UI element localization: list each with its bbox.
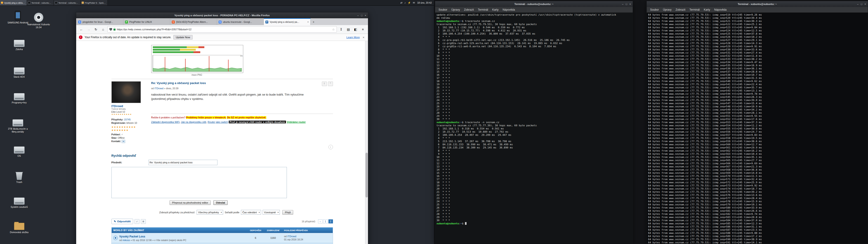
menu-terminl[interactable]: Terminál [687, 8, 702, 11]
power-icon[interactable]: ⚡ [408, 1, 411, 4]
browser-tab-4[interactable]: PVysoký ping a občasný pa...× [264, 18, 311, 25]
menu-zobrazit[interactable]: Zobrazit [462, 8, 476, 11]
taskbar-button-0[interactable]: Vysoký ping a občasný pack... [0, 0, 27, 5]
terminal2-titlebar[interactable]: Terminal - xubuntu@xubuntu: ~ – □ × [647, 1, 868, 7]
learn-more-link[interactable]: Learn More [346, 36, 360, 39]
update-now-button[interactable]: Update Now [174, 35, 193, 39]
url-bar[interactable]: https://pc-help.cnews.cz/viewtopic.php?f… [107, 26, 337, 33]
posts-count-link[interactable]: 15745 [124, 118, 131, 121]
maximize-button[interactable]: □ [361, 14, 363, 17]
close-button[interactable]: × [629, 3, 631, 5]
posts-filter-select[interactable]: Všechny příspěvky▾ [197, 210, 223, 215]
desktop-icon-5[interactable]: 2TB škola,mochr a filmy,seriály [5, 119, 30, 133]
topic-title-link[interactable]: Vysoký Packet Loss [119, 235, 145, 238]
terminal1-titlebar[interactable]: Terminál - xubuntu@xubuntu: ~ – □ × [435, 1, 633, 7]
page-button-1[interactable]: 1 [323, 219, 328, 223]
menu-icon[interactable]: ≡ [360, 26, 366, 32]
minimize-button[interactable]: – [857, 3, 859, 5]
ping-line: 64 bytes from www.seznam.cz (77.75.79.53… [648, 32, 868, 35]
topic-tools-icon[interactable]: ⚙ [141, 219, 146, 224]
submit-button[interactable]: Odeslat [213, 201, 227, 205]
clock[interactable]: 18 úno, 20:42 [417, 0, 434, 5]
scrollbar-thumb[interactable] [366, 153, 368, 197]
signature-link[interactable]: Základní diagnostika WiFi [151, 121, 180, 123]
reload-button[interactable]: ↻ [93, 26, 99, 32]
taskbar-button-3[interactable]: PingPlotter 5 - Správce soub... [81, 0, 107, 5]
signature-link[interactable]: Vybíráme router [287, 121, 306, 123]
desktop-icon-8[interactable]: Systém souborů [7, 197, 32, 209]
desktop-icon-7[interactable]: Trash [7, 172, 32, 184]
signature-link[interactable]: Router jako switch [208, 121, 228, 123]
library-icon[interactable]: ▤ [345, 26, 351, 32]
prev-page-button[interactable]: ‹ [318, 219, 322, 223]
menu-npovda[interactable]: Nápověda [712, 8, 728, 11]
maximize-button[interactable]: □ [861, 3, 862, 5]
menu-pravy[interactable]: Úpravy [661, 8, 674, 11]
full-editor-button[interactable]: Přepnout na plnohodnotný editor [169, 201, 211, 205]
desktop-icon-1[interactable]: Nainstalovat Xubuntu 16.04 [26, 13, 51, 29]
tab-close-icon[interactable]: × [307, 21, 309, 23]
desktop-icon-2[interactable]: Záloha [7, 40, 32, 51]
menu-terminl[interactable]: Terminál [476, 8, 490, 11]
topic-author-link[interactable]: mikoss [123, 239, 130, 242]
firefox-titlebar[interactable]: Vysoký ping a občasný packet loss - PORA… [76, 12, 368, 18]
minimize-button[interactable]: – [358, 14, 359, 17]
notification-close-icon[interactable]: × [362, 36, 365, 39]
browser-tab-0[interactable]: Gpingplotter for linux - Googl... [76, 19, 123, 25]
byline-author-link[interactable]: ITDrowd [154, 87, 163, 90]
close-button[interactable]: × [365, 14, 366, 17]
network-icon[interactable]: ⇄ [400, 1, 402, 4]
reply-button[interactable]: ✎ Odpovědět [112, 219, 133, 224]
tracking-shield-icon[interactable] [110, 28, 112, 31]
browser-tab-1[interactable]: PPingPlotter for LINUX [123, 19, 170, 25]
reply-textarea[interactable] [112, 167, 287, 198]
bookmark-star-icon[interactable]: ☆ [332, 28, 335, 31]
desktop-icon-3[interactable]: Stará HDX [7, 67, 32, 79]
last-post-author-link[interactable]: ITDrowd [287, 235, 296, 238]
browser-tab-2[interactable]: U[SOLVED] PingPlotter Altern... [170, 19, 217, 25]
signature-link[interactable]: Jak na diagnostiku sítě [181, 121, 206, 123]
url-text[interactable]: https://pc-help.cnews.cz/viewtopic.php?f… [117, 28, 331, 31]
menu-soubor[interactable]: Soubor [648, 8, 661, 11]
menu-npovda[interactable]: Nápověda [500, 8, 517, 11]
subject-input[interactable] [149, 160, 217, 165]
go-button[interactable]: Přejít [282, 210, 293, 215]
sort-field-select[interactable]: Čas odeslání▾ [241, 210, 261, 215]
download-icon[interactable]: ↧ [338, 26, 344, 32]
maximize-button[interactable]: □ [626, 3, 627, 5]
desktop-icon-4[interactable]: Programy+hry [7, 93, 32, 104]
desktop-icon-9[interactable]: Domovská složka [7, 223, 32, 234]
minimize-button[interactable]: – [622, 3, 623, 5]
sidebar-icon[interactable]: ◧ [352, 26, 359, 32]
attachment-image[interactable]: 100 0 [151, 45, 243, 73]
back-to-top-button[interactable]: ↑ [329, 145, 333, 149]
desktop-icon-6[interactable]: OS [7, 146, 32, 157]
volume-icon[interactable]: ♪ [404, 1, 406, 4]
page-button-2[interactable]: 2 [329, 219, 333, 223]
menu-zobrazit[interactable]: Zobrazit [674, 8, 687, 11]
terminal-output[interactable]: update-alternatives: používá /usr/sbin/t… [435, 13, 633, 243]
page-scrollbar[interactable] [365, 41, 368, 244]
back-button[interactable]: ← [79, 26, 84, 32]
menu-karty[interactable]: Karty [702, 8, 712, 11]
post-title-link[interactable]: Re: Vysoký ping a občasný packet loss [151, 81, 321, 85]
contact-pm-icon[interactable]: ✉ [122, 140, 125, 143]
browser-tab-3[interactable]: Gubuntu traceroute - Googl... [217, 19, 264, 25]
taskbar-button-2[interactable]: Terminal - xubuntu@xubunt... [54, 0, 81, 5]
report-post-button[interactable]: ! [322, 82, 327, 86]
post-author-link[interactable]: ITDrowd [112, 104, 145, 108]
menu-soubor[interactable]: Soubor [436, 8, 450, 11]
sort-direction-select[interactable]: Vzestupně▾ [263, 210, 280, 215]
close-button[interactable]: × [865, 3, 866, 5]
quote-button[interactable]: ” [328, 82, 333, 86]
menu-pravy[interactable]: Úpravy [450, 8, 462, 11]
forward-button[interactable]: → [86, 26, 92, 32]
new-tab-button[interactable]: + [311, 19, 316, 25]
avatar[interactable] [112, 81, 141, 103]
home-button[interactable]: ⌂ [100, 26, 106, 32]
terminal-output[interactable]: 64 bytes from www.seznam.cz (77.75.79.53… [647, 13, 868, 244]
taskbar-button-1[interactable]: Terminál - xubuntu@xubu... [27, 0, 54, 5]
menu-karty[interactable]: Karty [490, 8, 500, 11]
messages-icon[interactable]: ✉ [413, 1, 415, 4]
mark-read-icon[interactable]: ✓ [134, 219, 140, 224]
